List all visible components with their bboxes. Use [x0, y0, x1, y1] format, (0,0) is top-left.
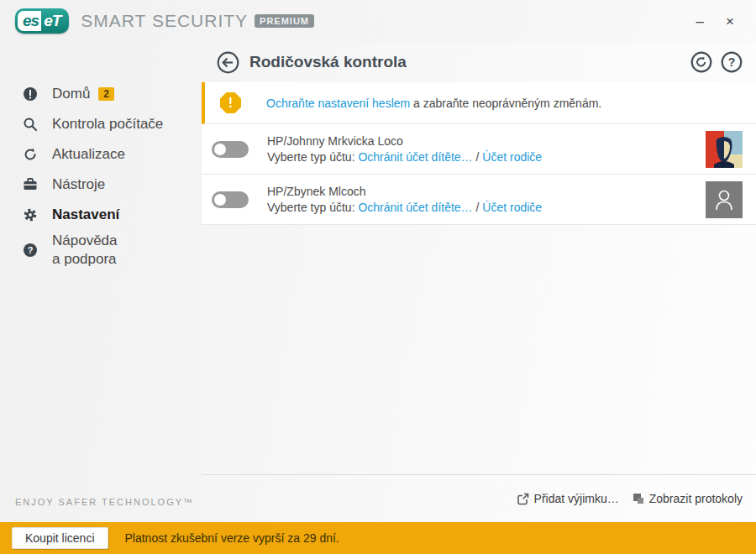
warning-icon: !	[220, 92, 241, 113]
share-arrow-icon	[517, 493, 529, 505]
sidebar-item-label: Nastavení	[52, 206, 119, 223]
help-circle-icon: ?	[22, 242, 39, 259]
refresh-circle-icon[interactable]	[690, 51, 712, 73]
user-avatar-placeholder	[706, 181, 743, 218]
page-title: Rodičovská kontrola	[249, 53, 407, 71]
eset-logo-icon: es eT	[15, 8, 69, 34]
account-name: HP/Johnny Mrkvicka Loco	[267, 133, 542, 149]
account-row: HP/Johnny Mrkvicka Loco Vyberte typ účtu…	[202, 124, 756, 175]
sidebar-item-settings[interactable]: Nastavení	[0, 200, 202, 230]
sidebar-item-tools[interactable]: Nástroje	[0, 170, 202, 200]
svg-text:?: ?	[28, 245, 34, 255]
sidebar-item-label: Aktualizace	[52, 146, 125, 163]
close-button[interactable]: ×	[726, 14, 734, 29]
minimize-button[interactable]: –	[696, 14, 704, 29]
toggle-knob	[214, 194, 226, 206]
refresh-icon	[22, 146, 39, 163]
content-footer: Přidat výjimku… Zobrazit protokoly	[202, 474, 756, 522]
brand-tagline: ENJOY SAFER TECHNOLOGY™	[15, 497, 194, 507]
main-content: Rodičovská kontrola ? ! Ochraňte nastave…	[202, 42, 756, 522]
add-exclusion-button[interactable]: Přidat výjimku…	[517, 492, 619, 505]
sidebar-item-help[interactable]: ? Nápověda a podpora	[0, 230, 202, 270]
parent-account-link[interactable]: Účet rodiče	[482, 201, 542, 214]
protect-settings-link[interactable]: Ochraňte nastavení heslem	[266, 97, 410, 110]
window-controls: – ×	[696, 14, 741, 29]
protect-child-account-link[interactable]: Ochránit účet dítěte…	[358, 150, 472, 164]
license-bar: Koupit licenci Platnost zkušební verze v…	[0, 522, 756, 554]
sidebar-item-label: Domů	[52, 86, 90, 102]
buy-license-button[interactable]: Koupit licenci	[12, 527, 108, 549]
parent-account-link[interactable]: Účet rodiče	[482, 150, 542, 164]
eset-logo: es eT SMART SECURITY PREMIUM	[15, 8, 314, 34]
logo-et-text: eT	[41, 11, 66, 31]
user-avatar-photo	[706, 131, 743, 168]
account-type-line: Vyberte typ účtu: Ochránit účet dítěte… …	[267, 149, 542, 165]
show-logs-button[interactable]: Zobrazit protokoly	[633, 492, 743, 505]
account-name: HP/Zbynek Mlcoch	[267, 184, 542, 200]
help-icon[interactable]: ?	[721, 51, 743, 73]
search-icon	[22, 116, 39, 133]
product-name: SMART SECURITY	[81, 11, 248, 31]
back-button[interactable]	[217, 51, 239, 74]
header-icons: ?	[690, 51, 743, 73]
svg-text:?: ?	[728, 55, 736, 69]
gear-icon	[22, 206, 39, 223]
briefcase-icon	[22, 176, 39, 193]
logs-icon	[633, 493, 644, 504]
home-badge: 2	[98, 87, 114, 101]
edition-badge: PREMIUM	[255, 14, 314, 28]
content-header: Rodičovská kontrola ?	[202, 42, 756, 82]
trial-expiry-message: Platnost zkušební verze vyprší za 29 dní…	[125, 531, 339, 545]
titlebar: es eT SMART SECURITY PREMIUM – ×	[0, 0, 756, 42]
account-type-line: Vyberte typ účtu: Ochránit účet dítěte… …	[267, 200, 542, 216]
sidebar-item-computer-scan[interactable]: Kontrola počítače	[0, 109, 202, 139]
sidebar-item-update[interactable]: Aktualizace	[0, 139, 202, 170]
sidebar: Domů 2 Kontrola počítače Aktualizace Ná	[0, 42, 202, 522]
account-row: HP/Zbynek Mlcoch Vyberte typ účtu: Ochrá…	[202, 175, 756, 225]
protect-child-account-link[interactable]: Ochránit účet dítěte…	[358, 201, 472, 214]
sidebar-item-label: Nápověda a podpora	[52, 232, 118, 269]
sidebar-item-label: Nástroje	[52, 176, 105, 193]
app-window: es eT SMART SECURITY PREMIUM – × Domů 2	[0, 0, 756, 554]
account-toggle[interactable]	[212, 141, 249, 158]
sidebar-item-label: Kontrola počítače	[52, 116, 163, 133]
account-toggle[interactable]	[212, 191, 249, 208]
banner-text: Ochraňte nastavení heslem a zabraňte neo…	[266, 97, 601, 110]
password-warning-banner: ! Ochraňte nastavení heslem a zabraňte n…	[202, 82, 756, 124]
toggle-knob	[214, 144, 226, 155]
alert-circle-icon	[22, 86, 39, 102]
logo-es-text: es	[18, 11, 41, 31]
sidebar-item-home[interactable]: Domů 2	[0, 79, 202, 109]
